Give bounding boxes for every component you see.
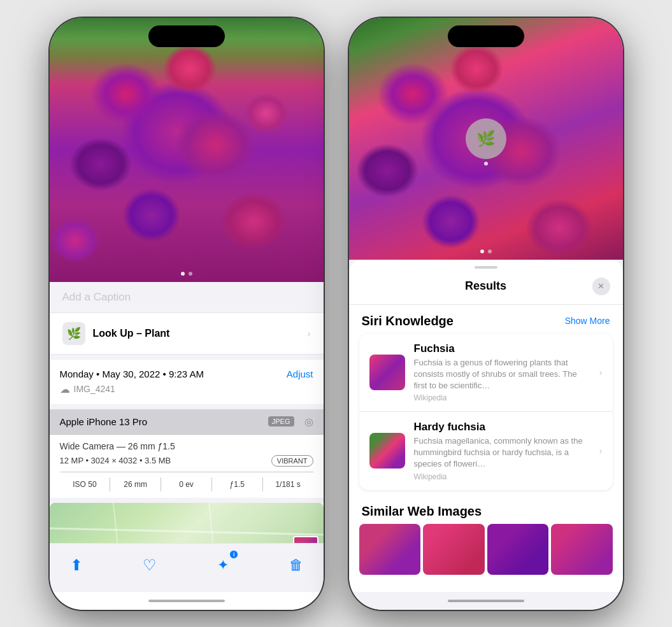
location-icon: ◎ <box>304 416 313 428</box>
adjust-button[interactable]: Adjust <box>287 369 313 379</box>
svg-line-0 <box>50 528 324 535</box>
exif-ev: 0 ev <box>161 477 212 491</box>
sheet-header: Results ✕ <box>349 272 623 305</box>
sparkle-icon: ✦ <box>217 557 229 574</box>
dynamic-island <box>148 25 225 47</box>
trash-button[interactable]: 🗑 <box>282 551 310 579</box>
info-button[interactable]: ✦ i <box>209 551 237 579</box>
sheet-title: Results <box>380 279 592 293</box>
photo-area[interactable] <box>50 18 324 282</box>
exif-iso: ISO 50 <box>60 477 111 491</box>
knowledge-item-fuchsia[interactable]: Fuchsia Fuchsia is a genus of flowering … <box>359 334 613 412</box>
photo-area-right: 🌿 <box>349 18 623 260</box>
fuchsia-desc: Fuchsia is a genus of flowering plants t… <box>414 357 590 392</box>
page-dots-right <box>480 250 492 253</box>
dot-1 <box>181 272 185 276</box>
results-sheet: Results ✕ Siri Knowledge Show More Fuchs… <box>349 260 623 592</box>
caption-area[interactable]: Add a Caption <box>50 282 324 313</box>
caption-placeholder[interactable]: Add a Caption <box>62 291 131 303</box>
device-name: Apple iPhone 13 Pro <box>60 416 148 427</box>
mp-spec: 12 MP • 3024 × 4032 • 3.5 MB <box>60 456 171 465</box>
hardy-chevron: › <box>599 446 603 456</box>
map-container[interactable] <box>50 503 324 543</box>
show-more-button[interactable]: Show More <box>565 316 610 326</box>
exif-row: ISO 50 26 mm 0 ev ƒ1.5 1/181 s <box>60 472 313 491</box>
web-image-1[interactable] <box>359 524 421 575</box>
map-roads-svg <box>50 503 324 543</box>
sheet-handle <box>475 266 497 269</box>
web-image-4[interactable] <box>551 524 613 575</box>
home-indicator <box>50 592 324 610</box>
page-dots <box>181 272 192 276</box>
device-header: Apple iPhone 13 Pro JPEG ◎ <box>50 409 324 435</box>
dot-right-2 <box>488 250 492 253</box>
siri-knowledge-header: Siri Knowledge Show More <box>349 305 623 334</box>
photo-date: Monday • May 30, 2022 • 9:23 AM <box>60 369 204 379</box>
map-thumb <box>293 536 318 543</box>
exif-shutter: 1/181 s <box>263 477 313 491</box>
bottom-toolbar: ⬆ ♡ ✦ i 🗑 <box>50 543 324 592</box>
lookup-text: Look Up – Plant <box>93 328 170 339</box>
lookup-section[interactable]: 🌿 Look Up – Plant › <box>50 313 324 355</box>
heart-button[interactable]: ♡ <box>136 551 164 579</box>
jpeg-badge: JPEG <box>268 416 294 426</box>
home-bar <box>148 600 225 602</box>
siri-knowledge-title: Siri Knowledge <box>362 314 454 328</box>
camera-spec: Wide Camera — 26 mm ƒ1.5 <box>60 441 313 451</box>
fuchsia-content: Fuchsia Fuchsia is a genus of flowering … <box>414 342 590 403</box>
siri-leaf-icon: 🌿 <box>476 130 496 148</box>
exif-aperture: ƒ1.5 <box>212 477 263 491</box>
fuchsia-thumb <box>369 355 405 390</box>
home-indicator-right <box>349 592 623 610</box>
device-detail: Wide Camera — 26 mm ƒ1.5 12 MP • 3024 × … <box>50 435 324 498</box>
web-images-grid <box>349 524 623 575</box>
filename: IMG_4241 <box>74 384 115 394</box>
meta-section: Monday • May 30, 2022 • 9:23 AM Adjust ☁… <box>50 360 324 404</box>
exif-focal: 26 mm <box>110 477 161 491</box>
fuchsia-name: Fuchsia <box>414 342 590 355</box>
cloud-icon: ☁ <box>60 383 70 395</box>
dynamic-island-right <box>448 25 524 47</box>
siri-dot <box>484 162 488 166</box>
hardy-content: Hardy fuchsia Fuchsia magellanica, commo… <box>414 421 590 481</box>
siri-float: 🌿 <box>466 118 506 159</box>
knowledge-card: Fuchsia Fuchsia is a genus of flowering … <box>359 334 613 490</box>
hardy-source: Wikipedia <box>414 472 590 481</box>
device-section: Apple iPhone 13 Pro JPEG ◎ Wide Camera —… <box>50 409 324 498</box>
home-bar-right <box>448 600 524 602</box>
web-image-3[interactable] <box>487 524 549 575</box>
dot-right-1 <box>480 250 484 253</box>
svg-line-3 <box>209 503 215 543</box>
left-phone: Add a Caption 🌿 Look Up – Plant › Monday… <box>50 18 324 610</box>
filename-row: ☁ IMG_4241 <box>60 383 313 395</box>
web-images-section: Similar Web Images <box>349 495 623 585</box>
web-images-title: Similar Web Images <box>362 504 482 519</box>
knowledge-item-hardy[interactable]: Hardy fuchsia Fuchsia magellanica, commo… <box>359 412 613 490</box>
fuchsia-source: Wikipedia <box>414 393 590 402</box>
hardy-name: Hardy fuchsia <box>414 421 590 433</box>
heart-icon: ♡ <box>143 556 157 574</box>
web-image-2[interactable] <box>423 524 485 575</box>
lookup-icon: 🌿 <box>62 322 85 345</box>
svg-line-2 <box>113 503 120 543</box>
fuchsia-chevron: › <box>599 367 603 377</box>
web-images-header: Similar Web Images <box>349 495 623 524</box>
hardy-thumb <box>369 433 405 468</box>
lookup-arrow: › <box>308 328 311 339</box>
dot-2 <box>189 272 192 276</box>
hardy-desc: Fuchsia magellanica, commonly known as t… <box>414 435 590 470</box>
map-preview[interactable] <box>50 503 324 543</box>
close-button[interactable]: ✕ <box>592 278 610 295</box>
right-phone: 🌿 Results ✕ <box>349 18 623 610</box>
vibrant-badge: VIBRANT <box>271 455 313 467</box>
trash-icon: 🗑 <box>289 557 303 574</box>
share-button[interactable]: ⬆ <box>62 551 90 579</box>
share-icon: ⬆ <box>70 556 83 574</box>
info-badge: i <box>229 550 238 559</box>
